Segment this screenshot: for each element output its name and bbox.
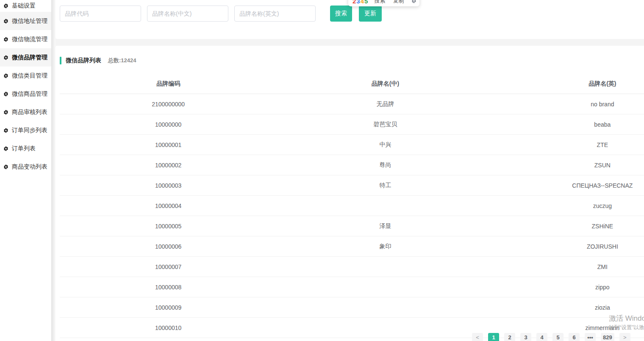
table-cell: 10000003: [60, 175, 277, 196]
table-cell: 尊尚: [277, 155, 494, 175]
pagination-next-button[interactable]: >: [619, 333, 630, 341]
sidebar-item-label: 微信商品管理: [12, 90, 47, 98]
pagination-page-button[interactable]: 2: [504, 333, 515, 341]
pagination-page-button[interactable]: 829: [601, 333, 614, 341]
browser-extension-popup: 2345 搜索 复制: [348, 0, 419, 6]
table-cell: 10000010: [60, 318, 277, 338]
table-body: 2100000000无品牌no brand10000000碧芭宝贝beaba10…: [60, 94, 644, 338]
2345-logo: 2345: [353, 0, 368, 5]
update-button[interactable]: 更新: [359, 6, 382, 22]
pagination-page-button[interactable]: 3: [520, 333, 531, 341]
sidebar-item-label: 微信品牌管理: [12, 54, 47, 61]
table-cell: [277, 196, 494, 216]
table-cell: ZSUN: [494, 155, 644, 175]
brand-name-cn-input[interactable]: [147, 6, 228, 22]
table-cell: beaba: [494, 114, 644, 135]
popup-search-button[interactable]: 搜索: [374, 0, 385, 5]
table-row: 10000005泽显ZSHiNE: [60, 216, 644, 236]
sidebar-item[interactable]: 商品审核列表: [0, 103, 51, 121]
gear-icon: [3, 3, 8, 8]
logo-char: 4: [361, 0, 364, 5]
table-cell: 2100000000: [60, 94, 277, 114]
pagination-prev-button[interactable]: <: [472, 333, 483, 341]
table-row: 10000004zuczug: [60, 196, 644, 216]
panel-title-row: 微信品牌列表 总数:12424: [60, 56, 644, 64]
table-cell: ZMI: [494, 257, 644, 277]
table-cell: 10000002: [60, 155, 277, 175]
sidebar-item[interactable]: 订单同步列表: [0, 121, 51, 139]
sidebar-item[interactable]: 订单列表: [0, 139, 51, 158]
sidebar-item[interactable]: 微信地址管理: [0, 12, 51, 30]
sidebar-item[interactable]: 微信商品管理: [0, 85, 51, 103]
table-header-cell: 品牌名(英): [494, 74, 644, 94]
sidebar: 基础设置微信地址管理微信物流管理微信品牌管理微信类目管理微信商品管理商品审核列表…: [0, 0, 51, 341]
sidebar-item-label: 商品审核列表: [12, 108, 47, 116]
gear-icon: [3, 19, 8, 24]
popup-copy-button[interactable]: 复制: [393, 0, 404, 5]
table-header-cell: 品牌编码: [60, 74, 277, 94]
sidebar-item-label: 商品变动列表: [12, 163, 47, 171]
title-accent-bar: [60, 57, 61, 64]
total-count: 总数:12424: [108, 57, 136, 64]
table-cell: [277, 297, 494, 318]
sidebar-item-label: 微信物流管理: [12, 36, 47, 43]
table-cell: ZOJIRUSHI: [494, 236, 644, 257]
popup-settings-gear-icon[interactable]: [411, 0, 416, 3]
gear-icon: [3, 164, 8, 169]
table-row: 2100000000无品牌no brand: [60, 94, 644, 114]
pagination-page-button[interactable]: 1: [488, 333, 499, 341]
table-row: 10000002尊尚ZSUN: [60, 155, 644, 175]
table-cell: 无品牌: [277, 94, 494, 114]
table-cell: [277, 277, 494, 297]
table-row: 10000008zippo: [60, 277, 644, 297]
table-cell: [277, 257, 494, 277]
logo-char: 3: [356, 0, 360, 5]
table-cell: 10000009: [60, 297, 277, 318]
search-button[interactable]: 搜索: [330, 6, 352, 22]
table-cell: 特工: [277, 175, 494, 196]
sidebar-item[interactable]: 基础设置: [0, 0, 51, 12]
table-cell: 碧芭宝贝: [277, 114, 494, 135]
sidebar-item-label: 订单列表: [12, 145, 36, 152]
pagination-page-button[interactable]: 4: [536, 333, 547, 341]
table-row: 10000009ziozia: [60, 297, 644, 318]
logo-char: 5: [364, 0, 368, 5]
page: 基础设置微信地址管理微信物流管理微信品牌管理微信类目管理微信商品管理商品审核列表…: [0, 0, 644, 341]
sidebar-item[interactable]: 微信物流管理: [0, 30, 51, 48]
brand-name-en-input[interactable]: [234, 6, 316, 22]
table-row: 10000007ZMI: [60, 257, 644, 277]
table-cell: СПЕЦНАЗ--SPECNAZ: [494, 175, 644, 196]
sidebar-item[interactable]: 商品变动列表: [0, 158, 51, 176]
panel-title: 微信品牌列表: [66, 57, 101, 64]
table-cell: 10000000: [60, 114, 277, 135]
table-cell: 10000008: [60, 277, 277, 297]
table-row: 10000003特工СПЕЦНАЗ--SPECNAZ: [60, 175, 644, 196]
table-cell: [277, 318, 494, 338]
pagination-page-button[interactable]: 6: [569, 333, 580, 341]
sidebar-item[interactable]: 微信类目管理: [0, 67, 51, 85]
table-cell: 10000001: [60, 135, 277, 155]
gear-icon: [3, 73, 8, 78]
sidebar-item-label: 基础设置: [12, 2, 36, 10]
gear-icon: [411, 0, 416, 3]
table-cell: no brand: [494, 94, 644, 114]
pagination-page-button[interactable]: 5: [552, 333, 564, 341]
table-panel: 微信品牌列表 总数:12424 品牌编码品牌名(中)品牌名(英) 2100000…: [56, 46, 644, 341]
pagination: <123456•••829> 前往: [469, 333, 644, 341]
brand-code-input[interactable]: [60, 6, 141, 22]
pagination-ellipsis[interactable]: •••: [585, 333, 596, 341]
table-row: 10000001中兴ZTE: [60, 135, 644, 155]
table-header-row: 品牌编码品牌名(中)品牌名(英): [60, 74, 644, 94]
search-form: 搜索 更新: [60, 6, 382, 22]
table-cell: zippo: [494, 277, 644, 297]
gear-icon: [3, 37, 8, 42]
table-cell: 象印: [277, 236, 494, 257]
windows-activation-watermark-line2: 转到“设置”以激活 Windows。: [609, 324, 644, 331]
table-cell: zuczug: [494, 196, 644, 216]
table-cell: 中兴: [277, 135, 494, 155]
table-cell: 10000004: [60, 196, 277, 216]
table-header-cell: 品牌名(中): [277, 74, 494, 94]
table-cell: 10000006: [60, 236, 277, 257]
sidebar-item[interactable]: 微信品牌管理: [0, 48, 51, 67]
sidebar-item-label: 订单同步列表: [12, 127, 47, 134]
